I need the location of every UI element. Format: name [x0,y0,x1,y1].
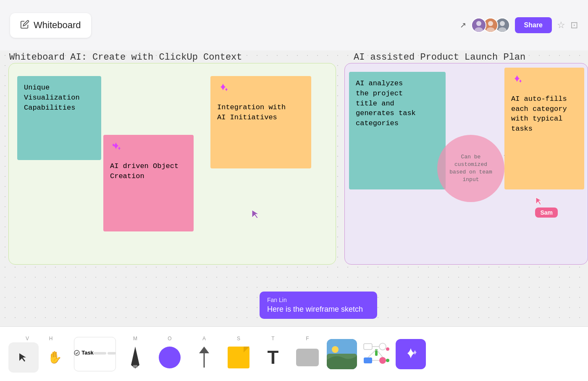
svg-point-20 [379,343,386,350]
sticky-key-label: S [237,336,240,342]
ai-icon-autofills [511,74,578,91]
left-section-title: Whiteboard AI: Create with ClickUp Conte… [9,52,242,63]
tooltip-user-name: Fan Lin [267,297,370,303]
sticky-note-integration-text: Integration withAI Initiatives [217,103,286,121]
right-section-title: AI assisted Product Launch Plan [354,52,525,63]
toolbar: V H ✋ Task M [0,326,588,381]
svg-point-11 [74,350,79,355]
arrow-tool[interactable] [189,342,219,373]
sam-cursor: Sam [535,197,558,218]
share-button[interactable]: Share [515,17,552,33]
svg-point-7 [500,21,505,26]
pen-key-label: M [133,336,137,342]
svg-rect-19 [364,344,372,349]
pen-tool[interactable] [120,342,150,373]
fan-lin-cursor [251,209,260,221]
svg-rect-21 [364,357,372,363]
diagram-tool[interactable] [361,339,391,369]
task-tool[interactable]: Task [74,337,116,371]
svg-point-22 [379,357,386,364]
task-tool-label: Task [74,349,94,356]
svg-marker-15 [199,347,209,353]
sticky-tool[interactable] [223,342,254,373]
shape-key-label: O [168,336,171,342]
select-tool[interactable] [8,342,39,373]
circle-note-customize[interactable]: Can be customized based on team input [437,135,504,202]
tool-group-shape: O [155,336,185,373]
left-whiteboard-frame: UniqueVisualizationCapabilities AI drive… [8,63,336,265]
title-bar: Whiteboard [10,13,91,38]
hand-key-label: H [39,336,62,342]
sticky-note-ai-analyzes-text: AI analyzesthe projecttitle andgenerates… [356,79,416,127]
page-title: Whiteboard [34,20,81,31]
svg-point-18 [332,346,339,353]
shape-tool[interactable] [155,342,185,373]
select-key-label: V [16,336,39,342]
task-label: Task [81,349,94,356]
more-icon[interactable]: ⊡ [570,20,578,31]
tool-group-text: T T [258,336,288,373]
svg-rect-13 [133,365,137,368]
star-icon[interactable]: ☆ [557,20,565,31]
sticky-note-ai-driven[interactable]: AI driven Object Creation [103,135,194,231]
sticky-note-integration[interactable]: Integration withAI Initiatives [210,76,311,168]
svg-point-28 [386,347,389,351]
ai-icon-pink [110,142,187,158]
svg-point-1 [476,21,481,26]
header: Whiteboard ↗ Share ☆ ⊡ [0,0,588,50]
fan-lin-tooltip: Fan Lin Here is the wireframe sketch [260,292,377,319]
sam-label: Sam [535,208,558,218]
text-key-label: T [271,336,274,342]
sticky-note-ai-autofills[interactable]: AI auto-fillseach categorywith typicalta… [504,68,584,189]
sticky-note-ai-driven-text: AI driven Object Creation [110,162,178,180]
svg-point-29 [386,359,389,362]
circle-note-text: Can be customized based on team input [446,153,496,184]
hand-tool[interactable]: ✋ [39,342,70,373]
tooltip-message: Here is the wireframe sketch [267,305,370,314]
cursor-mode-icon: ↗ [460,21,466,30]
right-whiteboard-frame: AI analyzesthe projecttitle andgenerates… [344,63,588,265]
sticky-note-text: UniqueVisualizationCapabilities [24,84,80,112]
edit-icon [20,20,29,31]
tool-group-pen: M [120,336,150,373]
frame-key-label: F [306,336,309,342]
header-controls: ↗ Share ☆ ⊡ [460,17,578,33]
tool-group-arrow: A [189,336,219,373]
tool-group-sticky: S [223,336,254,373]
ai-tool[interactable] [396,339,426,369]
sticky-note-unique-viz[interactable]: UniqueVisualizationCapabilities [17,76,101,160]
tool-group-frame: F [292,336,323,373]
avatar-group [471,18,510,33]
text-tool[interactable]: T [258,342,288,373]
arrow-key-label: A [202,336,206,342]
tool-group-select-hand: V H ✋ [8,336,70,373]
sticky-note-ai-analyzes[interactable]: AI analyzesthe projecttitle andgenerates… [349,72,446,189]
svg-point-4 [488,21,493,26]
sticky-note-autofills-text: AI auto-fillseach categorywith typicalta… [511,95,567,133]
frame-tool[interactable] [292,342,323,373]
avatar-1 [471,18,486,33]
ai-icon-orange [217,83,304,99]
media-tool[interactable] [327,339,357,369]
